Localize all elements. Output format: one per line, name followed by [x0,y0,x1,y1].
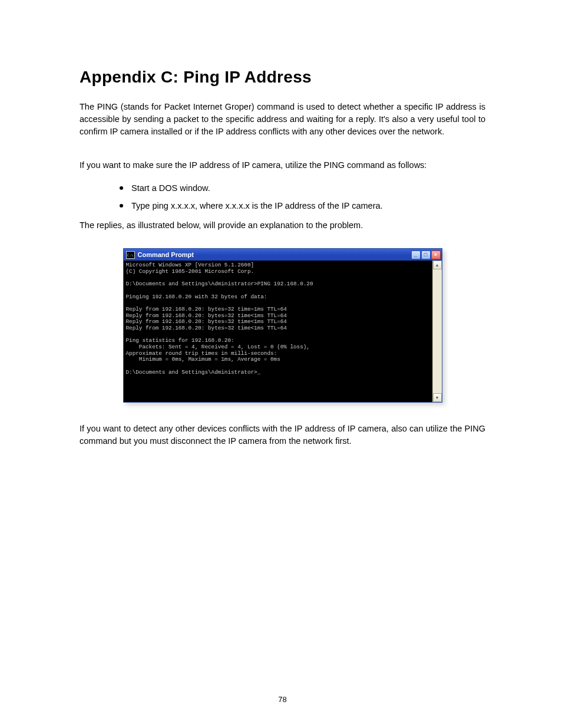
list-item: Type ping x.x.x.x, where x.x.x.x is the … [80,200,485,212]
list-item: Start a DOS window. [80,182,485,195]
maximize-button[interactable]: □ [421,251,431,259]
close-button[interactable]: × [431,251,441,259]
window-titlebar: C:\ Command Prompt _ □ × [124,249,442,261]
paragraph-instructions: If you want to make sure the IP address … [80,159,485,172]
page-heading: Appendix C: Ping IP Address [80,68,485,87]
minimize-button[interactable]: _ [411,251,421,259]
page-number: 78 [80,695,485,704]
terminal-output: Microsoft Windows XP [Version 5.1.2600] … [124,261,432,402]
bullet-list: Start a DOS window. Type ping x.x.x.x, w… [80,182,485,212]
window-controls: _ □ × [411,251,441,259]
document-page: Appendix C: Ping IP Address The PING (st… [0,0,562,728]
screenshot-figure: C:\ Command Prompt _ □ × Microsoft Windo… [80,248,485,403]
window-title: Command Prompt [138,251,194,258]
cmd-icon: C:\ [126,251,135,259]
paragraph-replies: The replies, as illustrated below, will … [80,219,485,232]
scrollbar[interactable]: ▴ ▾ [432,261,442,402]
paragraph-intro: The PING (stands for Packet Internet Gro… [80,101,485,138]
scroll-up-button[interactable]: ▴ [433,261,442,269]
paragraph-detect: If you want to detect any other devices … [80,423,485,447]
command-prompt-window: C:\ Command Prompt _ □ × Microsoft Windo… [123,248,442,403]
scroll-down-button[interactable]: ▾ [433,393,442,402]
